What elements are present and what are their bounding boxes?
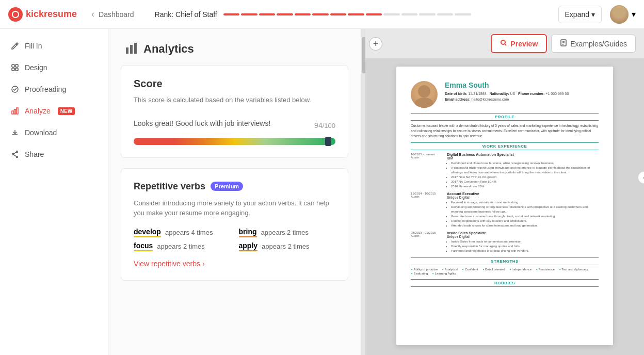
resume-photo (411, 81, 438, 108)
analyze-new-badge: NEW (58, 107, 75, 115)
svg-point-10 (12, 154, 14, 155)
back-button[interactable]: ‹ (89, 7, 96, 22)
score-message: Looks great! Good luck with job intervie… (134, 119, 270, 127)
resume-panel: Preview Examples/Guides (365, 29, 644, 355)
resume-toolbar: Preview Examples/Guides (365, 29, 644, 58)
logo-icon (8, 7, 23, 22)
rank-segment (401, 13, 418, 15)
resume-document: Emma South Date of birth: 12/31/1988 Nat… (396, 67, 613, 345)
search-icon (500, 39, 507, 48)
svg-rect-1 (15, 64, 18, 67)
verbs-title: Repetitive verbs (134, 181, 205, 192)
score-result-row: Looks great! Good luck with job intervie… (134, 116, 335, 132)
verb-count-apply: appears 2 times (262, 243, 310, 250)
svg-rect-2 (12, 68, 14, 71)
score-card: Score This score is calculated based on … (121, 65, 348, 158)
sidebar-item-download[interactable]: Download (0, 122, 108, 143)
add-section-button[interactable]: + (369, 37, 382, 51)
sidebar-item-download-label: Download (25, 128, 57, 137)
verb-count-focus: appears 2 times (157, 243, 205, 250)
chevron-down-icon: ▾ (591, 10, 595, 19)
score-bar (134, 138, 335, 145)
rank-segment (223, 13, 240, 15)
svg-rect-13 (134, 43, 137, 54)
proofreading-icon (10, 85, 20, 94)
sidebar-item-fill-in[interactable]: Fill In (0, 35, 108, 57)
scroll-bar[interactable] (361, 29, 365, 355)
svg-rect-7 (17, 108, 18, 114)
book-icon (560, 39, 567, 48)
rank-segment (312, 13, 329, 15)
analyze-icon (10, 106, 20, 116)
verb-count-bring: appears 2 times (261, 229, 309, 236)
sidebar-item-proofreading-label: Proofreading (25, 85, 66, 93)
svg-rect-12 (130, 45, 133, 54)
chevron-right-icon: › (202, 260, 205, 268)
verb-word-develop: develop (134, 228, 161, 237)
resume-photo-inner (411, 81, 438, 108)
verb-word-apply: apply (239, 241, 258, 251)
sidebar: Fill In Design Proofreading Analyze NEW (0, 29, 108, 355)
rank-segment (259, 13, 276, 15)
examples-button[interactable]: Examples/Guides (551, 35, 636, 53)
svg-point-8 (17, 151, 18, 153)
logo-text: kickresume (26, 9, 77, 20)
svg-rect-5 (12, 111, 13, 114)
logo[interactable]: kickresume (8, 7, 77, 22)
resume-name: Emma South (445, 81, 569, 89)
resume-job-2: 11/2014 - 10/2015 Austin Account Executi… (411, 192, 599, 228)
rank-segment (348, 13, 364, 15)
resume-work-title: Work experience (411, 142, 599, 150)
resume-profile-text: Customer-focused leader with a demonstra… (411, 123, 599, 138)
rank-segment (330, 13, 347, 15)
sidebar-item-analyze-label: Analyze (25, 107, 51, 115)
view-repetitive-verbs-link[interactable]: View repetitive verbs › (134, 260, 335, 268)
rank-label: Rank: Chief of Staff (155, 10, 217, 19)
verbs-header: Repetitive verbs Premium (134, 181, 335, 192)
expand-label: Expand (565, 10, 589, 19)
sidebar-item-analyze[interactable]: Analyze NEW (0, 100, 108, 122)
avatar-area[interactable]: ▾ (610, 5, 636, 24)
avatar (610, 5, 629, 24)
score-card-description: This score is calculated based on the va… (134, 95, 335, 105)
preview-label: Preview (510, 40, 538, 48)
verb-item-3: focus appears 2 times (134, 241, 231, 251)
sidebar-item-fill-in-label: Fill In (25, 42, 42, 50)
download-icon (10, 128, 20, 137)
preview-button[interactable]: Preview (491, 34, 547, 53)
analytics-title: Analytics (143, 42, 194, 56)
verbs-description: Consider introducing more variety to you… (134, 198, 335, 218)
rank-segment (419, 13, 436, 15)
svg-rect-3 (15, 68, 18, 71)
resume-viewport: Emma South Date of birth: 12/31/1988 Nat… (365, 58, 644, 355)
svg-point-16 (418, 85, 430, 98)
resume-info: Date of birth: 12/31/1988 Nationality: U… (445, 91, 569, 102)
examples-label: Examples/Guides (570, 40, 627, 48)
expand-button[interactable]: Expand ▾ (558, 6, 602, 23)
score-number: 94/100 (314, 116, 335, 132)
score-bar-thumb (325, 137, 331, 146)
rank-bar (223, 13, 471, 15)
verb-word-bring: bring (239, 228, 257, 237)
svg-point-14 (501, 40, 505, 44)
verb-item-2: bring appears 2 times (239, 228, 336, 237)
svg-rect-0 (12, 64, 14, 67)
sidebar-item-share[interactable]: Share (0, 143, 108, 165)
sidebar-item-proofreading[interactable]: Proofreading (0, 78, 108, 100)
resume-hobbies-title: Hobbies (411, 279, 599, 287)
sidebar-item-design[interactable]: Design (0, 57, 108, 78)
topbar-nav: ‹ Dashboard (89, 7, 134, 22)
rank-segment (277, 13, 293, 15)
rank-segment (241, 13, 257, 15)
topbar: kickresume ‹ Dashboard Rank: Chief of St… (0, 0, 644, 29)
rank-segment (366, 13, 382, 15)
verbs-card: Repetitive verbs Premium Consider introd… (121, 168, 348, 281)
resume-profile-title: Profile (411, 113, 599, 121)
analytics-header: Analytics (108, 29, 361, 65)
verbs-grid: develop appears 4 times bring appears 2 … (134, 228, 335, 251)
svg-rect-11 (126, 47, 128, 54)
content-area: Analytics Score This score is calculated… (108, 29, 644, 355)
dashboard-link[interactable]: Dashboard (99, 10, 134, 19)
premium-badge: Premium (211, 182, 243, 191)
bar-chart-icon (125, 41, 138, 57)
